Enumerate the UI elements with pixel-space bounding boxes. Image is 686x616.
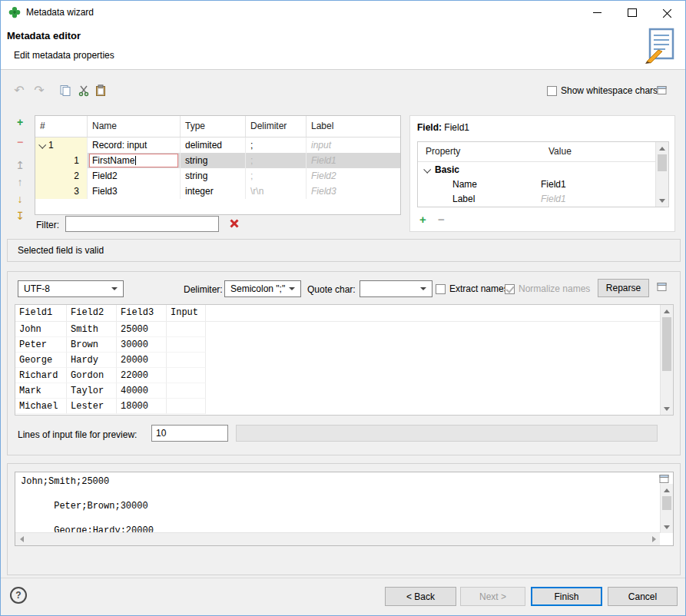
plus-icon: + bbox=[419, 213, 426, 226]
record-delimiter-cell[interactable]: ; bbox=[246, 137, 307, 153]
row-num-cell[interactable]: 3 bbox=[35, 184, 88, 199]
basic-group-row[interactable]: Basic bbox=[418, 162, 668, 177]
row-num-cell[interactable]: 1 bbox=[35, 153, 88, 168]
property-table-scrollbar[interactable] bbox=[655, 142, 668, 207]
row-label-cell[interactable]: Field1 bbox=[307, 153, 400, 168]
undo-button[interactable]: ↶ bbox=[12, 83, 27, 98]
row-label-cell[interactable]: Field2 bbox=[307, 168, 400, 184]
row-name-cell[interactable]: Field2 bbox=[88, 168, 181, 184]
scroll-right-icon[interactable] bbox=[648, 533, 660, 545]
record-row[interactable]: 1 Record: input delimited ; input bbox=[35, 137, 400, 153]
raw-input-preview[interactable]: John;Smith;25000 Peter;Brown;30000 Georg… bbox=[15, 472, 674, 546]
scroll-up-icon[interactable] bbox=[656, 142, 668, 154]
table-row[interactable]: 3 Field3 integer \r\n Field3 bbox=[35, 184, 400, 199]
col-header-type[interactable]: Type bbox=[181, 116, 246, 137]
copy-button[interactable] bbox=[58, 83, 73, 98]
scroll-thumb[interactable] bbox=[662, 317, 671, 371]
extract-names-checkbox[interactable]: Extract names bbox=[436, 283, 509, 294]
basic-group-label: Basic bbox=[435, 162, 459, 177]
raw-horizontal-scrollbar[interactable] bbox=[15, 532, 660, 545]
move-down-button[interactable]: ↓ bbox=[12, 191, 28, 207]
table-row[interactable]: 2 Field2 string ; Field2 bbox=[35, 168, 400, 184]
property-row[interactable]: Name Field1 bbox=[418, 177, 668, 192]
row-delimiter-cell[interactable]: ; bbox=[246, 168, 307, 184]
field-name-editor[interactable]: FirstName bbox=[89, 154, 178, 167]
minus-icon: − bbox=[438, 213, 445, 226]
value-col-header: Value bbox=[541, 142, 572, 161]
preview-col-header: Field3 bbox=[117, 305, 167, 321]
move-bottom-button[interactable]: ↧ bbox=[12, 208, 28, 224]
redo-button[interactable]: ↷ bbox=[31, 83, 47, 98]
delimiter-select[interactable]: Semicolon ";" bbox=[224, 280, 301, 297]
row-delimiter-cell[interactable]: ; bbox=[246, 153, 307, 168]
check-icon bbox=[505, 284, 514, 293]
row-type-cell[interactable]: string bbox=[181, 168, 246, 184]
scroll-up-icon[interactable] bbox=[661, 484, 673, 496]
panel-toggle-icon-top[interactable] bbox=[657, 85, 667, 95]
col-header-label[interactable]: Label bbox=[307, 116, 400, 137]
wizard-header: Metadata editor Edit metadata properties bbox=[1, 24, 685, 70]
preview-row: Richard Gordon 22000 bbox=[15, 368, 673, 383]
preview-scrollbar[interactable] bbox=[660, 305, 673, 415]
record-num-cell[interactable]: 1 bbox=[35, 137, 88, 153]
row-name-cell[interactable]: FirstName bbox=[88, 153, 181, 168]
filter-input[interactable] bbox=[65, 216, 219, 232]
add-property-button[interactable]: + bbox=[419, 213, 426, 226]
scroll-thumb[interactable] bbox=[658, 154, 667, 171]
record-label-cell[interactable]: input bbox=[307, 137, 400, 153]
move-top-button[interactable]: ↥ bbox=[12, 157, 28, 173]
clear-filter-icon[interactable] bbox=[229, 218, 240, 229]
property-value[interactable]: Field1 bbox=[541, 177, 566, 192]
scroll-up-icon[interactable] bbox=[661, 305, 673, 317]
col-header-delimiter[interactable]: Delimiter bbox=[246, 116, 307, 137]
preview-header-row: Field1 Field2 Field3 Input bbox=[15, 305, 673, 322]
basic-expander-icon[interactable] bbox=[423, 165, 431, 173]
table-row[interactable]: 1 FirstName string ; Field1 bbox=[35, 153, 400, 168]
validation-status: Selected field is valid bbox=[7, 239, 681, 262]
charset-select[interactable]: UTF-8 bbox=[18, 280, 124, 297]
lines-preview-input[interactable] bbox=[151, 425, 228, 442]
row-label-cell[interactable]: Field3 bbox=[307, 184, 400, 199]
show-whitespace-box[interactable] bbox=[547, 86, 557, 96]
preview-cell: 20000 bbox=[117, 353, 167, 368]
scroll-left-icon[interactable] bbox=[15, 533, 28, 545]
quote-char-select[interactable] bbox=[360, 280, 432, 297]
panel-toggle-icon-middle[interactable] bbox=[657, 282, 667, 292]
row-name-cell[interactable]: Field3 bbox=[88, 184, 181, 199]
paste-button[interactable] bbox=[93, 83, 108, 98]
scroll-thumb[interactable] bbox=[662, 496, 671, 510]
add-field-button[interactable]: + bbox=[12, 114, 28, 130]
row-num-cell[interactable]: 2 bbox=[35, 168, 88, 184]
row-type-cell[interactable]: string bbox=[181, 153, 246, 168]
close-button[interactable] bbox=[650, 1, 685, 24]
help-button[interactable]: ? bbox=[10, 587, 27, 604]
show-whitespace-checkbox[interactable]: Show whitespace chars bbox=[547, 85, 658, 96]
extract-names-box[interactable] bbox=[436, 284, 446, 294]
back-button[interactable]: < Back bbox=[385, 587, 456, 606]
reparse-button[interactable]: Reparse bbox=[598, 279, 649, 297]
finish-button[interactable]: Finish bbox=[531, 587, 602, 606]
minimize-button[interactable] bbox=[579, 1, 615, 24]
panel-toggle-icon-bottom[interactable] bbox=[659, 474, 669, 484]
chevron-down-icon bbox=[420, 287, 426, 290]
cut-button[interactable] bbox=[76, 83, 91, 98]
record-expander-icon[interactable] bbox=[38, 141, 46, 148]
preview-row: George Hardy 20000 bbox=[15, 353, 673, 368]
scroll-down-icon[interactable] bbox=[661, 521, 673, 533]
remove-property-button[interactable]: − bbox=[438, 213, 445, 226]
col-header-name[interactable]: Name bbox=[88, 116, 181, 137]
raw-vertical-scrollbar[interactable] bbox=[660, 484, 673, 533]
record-type-cell[interactable]: delimited bbox=[181, 137, 246, 153]
row-type-cell[interactable]: integer bbox=[181, 184, 246, 199]
property-row[interactable]: Label Field1 bbox=[418, 192, 668, 207]
record-name-cell[interactable]: Record: input bbox=[88, 137, 181, 153]
move-up-button[interactable]: ↑ bbox=[12, 174, 28, 190]
scroll-down-icon[interactable] bbox=[661, 402, 673, 415]
remove-field-button[interactable]: − bbox=[12, 134, 28, 150]
property-value[interactable]: Field1 bbox=[541, 192, 566, 207]
cancel-button[interactable]: Cancel bbox=[608, 587, 678, 606]
row-delimiter-cell[interactable]: \r\n bbox=[246, 184, 307, 199]
maximize-button[interactable] bbox=[615, 1, 650, 24]
col-header-num[interactable]: # bbox=[35, 116, 88, 137]
scroll-down-icon[interactable] bbox=[656, 194, 668, 207]
